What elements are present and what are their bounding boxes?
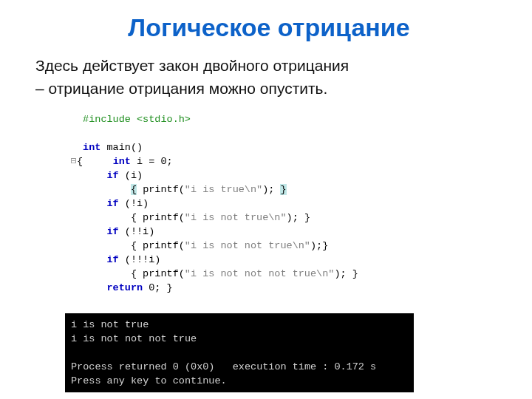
code-line-1: #include <stdio.h> [83,114,191,125]
subtitle-line-1: Здесь действует закон двойного отрицания [35,55,502,75]
console-line-4: Process returned 0 (0x0) execution time … [71,361,376,372]
printf-2b: ); } [287,212,310,223]
console-line-2: i is not not not true [71,333,197,344]
brace-hl-close: } [280,184,286,195]
code-area: #include <stdio.h> int main() ⊟{ int i =… [65,108,414,392]
str-3: "i is not not true\n" [185,240,310,251]
console-line-1: i is not true [71,319,149,330]
kw-int-2: int [113,156,131,167]
printf-2a: { printf( [131,212,185,223]
code-pane: #include <stdio.h> int main() ⊟{ int i =… [65,108,414,313]
printf-4a: { printf( [131,268,185,279]
printf-3a: { printf( [131,240,185,251]
brace-open: { [77,156,83,167]
printf-4b: ); } [334,268,358,279]
printf-1b: ); [262,184,280,195]
kw-if-2: if [107,198,119,209]
fn-main: main() [100,142,143,153]
kw-if-1: if [107,170,119,181]
kw-if-4: if [107,254,119,265]
str-2: "i is not true\n" [185,212,287,223]
brace-hl-open: { [131,184,137,195]
str-4: "i is not not not true\n" [185,268,335,279]
kw-if-3: if [107,226,119,237]
console-pane: i is not true i is not not not true Proc… [65,313,414,392]
printf-3b: );} [310,240,328,251]
subtitle-line-2: – отрицание отрицания можно опустить. [35,78,502,98]
slide: Логическое отрицание Здесь действует зак… [0,0,532,392]
str-1: "i is true\n" [185,184,262,195]
cond-2: (!i) [119,198,149,209]
cond-4: (!!!i) [119,254,161,265]
return-tail: 0; } [143,282,173,293]
console-line-5: Press any key to continue. [71,375,227,386]
slide-title: Логическое отрицание [35,13,502,42]
cond-3: (!!i) [119,226,155,237]
printf-1a: printf( [137,184,185,195]
decl-i: i = 0; [131,156,173,167]
kw-int: int [83,142,100,153]
cond-1: (i) [119,170,143,181]
kw-return: return [107,282,143,293]
